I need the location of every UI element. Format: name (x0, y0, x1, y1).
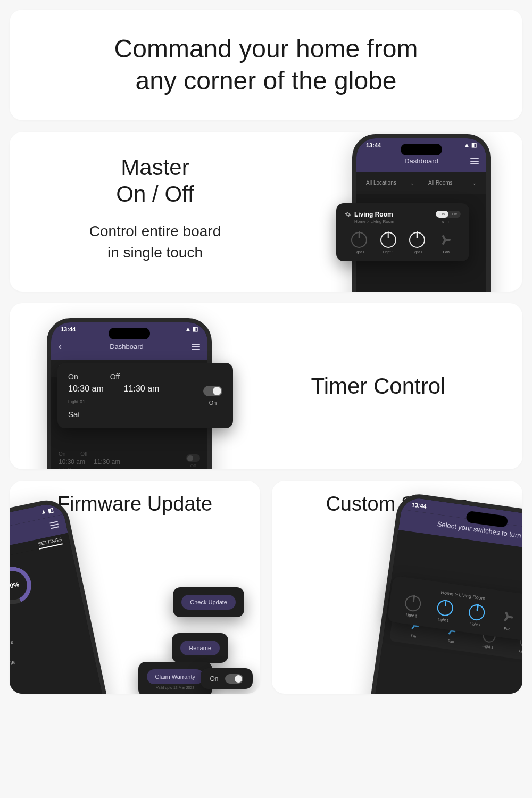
off-label: Off (110, 372, 120, 381)
fan-icon (500, 608, 518, 626)
menu-icon[interactable] (192, 344, 200, 350)
fw-toggle-popout: On (201, 668, 253, 689)
claim-warranty-button[interactable]: Claim Warranty (147, 669, 204, 684)
status-icons: ▲ ◧ (40, 506, 54, 516)
phone-notch (401, 144, 442, 155)
switch-fan[interactable]: Fan (438, 232, 454, 254)
schedule-toggle-on[interactable] (203, 386, 222, 396)
on-label: On (68, 372, 78, 381)
timer-title: Timer Control (311, 373, 446, 399)
status-time: 13:44 (61, 326, 76, 332)
room-title: Living Room (345, 211, 394, 218)
master-title: Master On / Off (36, 154, 274, 208)
fan-icon (438, 232, 454, 248)
chevron-down-icon: ⌄ (472, 180, 477, 186)
app-header-title: Dashboard (372, 157, 470, 165)
schedule-item-faded: OnOff 10:30 am11:30 am Light 01 Off (51, 446, 207, 469)
power-icon (468, 603, 486, 621)
master-subtitle: Control entire board in single touch (36, 221, 274, 264)
switch-fan[interactable]: Fan (499, 608, 518, 632)
check-update-popout: Check Update (173, 587, 244, 617)
status-icons: ▲ ◧ (185, 326, 198, 332)
rooms-dropdown[interactable]: All Rooms⌄ (424, 177, 481, 189)
menu-icon[interactable] (49, 521, 59, 529)
locations-dropdown[interactable]: All Locations⌄ (362, 177, 419, 189)
timer-card: 13:44 ▲ ◧ ‹ Dashboard CONTROL SCHEDULE S… (10, 303, 522, 469)
power-icon (380, 232, 396, 248)
firmware-card: Firmware Update ▲ ◧ SETTINGS 60% SSID: c… (10, 481, 260, 694)
schedule-device: Light 01 (68, 399, 222, 404)
app-header-title: Dashboard (62, 343, 192, 351)
rename-popout: Rename (172, 633, 228, 663)
master-card: Master On / Off Control entire board in … (10, 132, 522, 292)
switch-light-1[interactable]: Light 1 (351, 232, 367, 254)
off-time: 11:30 am (124, 384, 160, 394)
dimmer-control[interactable]: − 6 + (436, 220, 461, 225)
power-icon (409, 232, 425, 248)
hero-title: Command your home from any corner of the… (31, 33, 501, 97)
power-icon (436, 599, 454, 617)
switch-light-3[interactable]: Light 1 (409, 232, 425, 254)
phone-notch (109, 328, 150, 339)
hero-card: Command your home from any corner of the… (10, 10, 522, 120)
switch-light-on-2[interactable]: Light 1 (467, 603, 486, 627)
chevron-down-icon: ⌄ (410, 180, 414, 186)
schedule-day: Sat (68, 410, 222, 419)
menu-icon[interactable] (470, 158, 479, 164)
status-icons: ▲ ◧ (464, 142, 477, 148)
master-toggle[interactable]: On Off (436, 211, 461, 218)
room-breadcrumb: Home > Living Room (354, 219, 394, 224)
power-icon (404, 594, 422, 612)
progress-value: 60% (10, 580, 20, 591)
firmware-phone: ▲ ◧ SETTINGS 60% SSID: cs Current Firmwa… (10, 496, 122, 694)
fw-toggle[interactable] (225, 674, 243, 684)
room-control-popout: Living Room Home > Living Room On Off − … (336, 203, 469, 261)
schedule-toggle-off[interactable] (186, 454, 200, 462)
progress-arc: 60% (10, 562, 36, 609)
scenes-card: Custom Scenes 13:44 ▲ ◧ Select your swit… (272, 481, 522, 694)
rename-button[interactable]: Rename (180, 641, 220, 655)
switch-light[interactable]: Light 1 (403, 594, 422, 618)
switch-light-2[interactable]: Light 1 (380, 232, 396, 254)
switch-light-on[interactable]: Light 1 (435, 599, 454, 623)
schedule-popout: On Off 10:30 am 11:30 am Light 01 Sat On (57, 363, 233, 428)
power-icon (351, 232, 367, 248)
check-update-button[interactable]: Check Update (181, 595, 236, 610)
gear-icon[interactable] (345, 211, 351, 218)
on-time: 10:30 am (68, 384, 104, 394)
status-time: 13:44 (366, 142, 381, 148)
status-time: 13:44 (411, 501, 427, 510)
